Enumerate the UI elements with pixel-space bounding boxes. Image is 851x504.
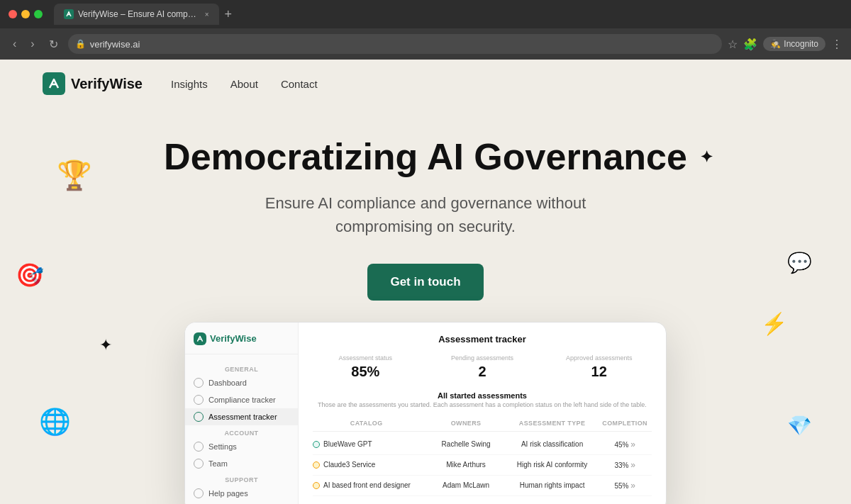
- hero-section: Democratizing AI Governance Ensure AI co…: [0, 108, 851, 504]
- incognito-badge: 🕵 Incognito: [763, 37, 825, 51]
- extensions-icon[interactable]: 🧩: [743, 38, 757, 51]
- table-row[interactable]: BlueWave GPT Rachelle Swing AI risk clas…: [313, 435, 652, 455]
- logo-icon: [43, 72, 65, 95]
- incognito-label: Incognito: [784, 39, 818, 49]
- nav-about[interactable]: About: [230, 78, 258, 90]
- sidebar-item-settings[interactable]: Settings: [185, 438, 298, 455]
- td-catalog-2: AI based front end designer: [313, 481, 420, 489]
- row-arrow-2[interactable]: »: [630, 481, 635, 491]
- sidebar-account-label: ACCOUNT: [185, 425, 298, 438]
- th-completion: COMPLETION: [598, 420, 652, 427]
- stat-assessment-status: Assessment status 85%: [313, 354, 418, 380]
- address-url: verifywise.ai: [90, 39, 140, 50]
- table-row[interactable]: AI based front end designer Adam McLawn …: [313, 476, 652, 496]
- traffic-lights: [9, 10, 43, 18]
- maximize-button[interactable]: [34, 10, 43, 18]
- all-started-title: All started assessments: [313, 391, 652, 400]
- sidebar-dashboard-label: Dashboard: [208, 379, 247, 387]
- sidebar-help-label: Help pages: [208, 489, 248, 498]
- back-button[interactable]: ‹: [9, 35, 21, 53]
- catalog-name-1: Claude3 Service: [323, 461, 375, 469]
- nav-links: Insights About Contact: [171, 78, 318, 90]
- assessment-icon: [194, 412, 204, 422]
- minimize-button[interactable]: [21, 10, 30, 18]
- cta-button[interactable]: Get in touch: [367, 264, 483, 301]
- sidebar-settings-label: Settings: [208, 442, 237, 451]
- tab-close-icon[interactable]: ×: [205, 11, 209, 18]
- menu-icon[interactable]: ⋮: [831, 38, 842, 51]
- browser-titlebar: VerifyWise – Ensure AI comp… × +: [0, 0, 851, 28]
- sidebar-compliance-label: Compliance tracker: [208, 396, 276, 404]
- hero-subtitle: Ensure AI compliance and governance with…: [14, 191, 837, 238]
- th-type: Assessment type: [512, 420, 593, 427]
- td-owner-0: Rachelle Swing: [425, 440, 506, 448]
- stat-label-1: Pending assessments: [430, 354, 535, 362]
- hero-title: Democratizing AI Governance: [14, 136, 837, 179]
- stat-approved: Approved assessments 12: [546, 354, 652, 380]
- stat-label-2: Approved assessments: [546, 354, 652, 362]
- active-tab[interactable]: VerifyWise – Ensure AI comp… ×: [54, 4, 219, 25]
- td-type-2: Human rights impact: [512, 481, 593, 489]
- sidebar-item-help[interactable]: Help pages: [185, 485, 298, 502]
- tab-title: VerifyWise – Ensure AI comp…: [78, 9, 196, 19]
- catalog-name-0: BlueWave GPT: [323, 440, 372, 448]
- dashboard-icon: [194, 378, 204, 388]
- sidebar-item-dashboard[interactable]: Dashboard: [185, 374, 298, 391]
- all-started-subtitle: Those are the assessments you started. E…: [313, 401, 652, 408]
- close-button[interactable]: [9, 10, 17, 18]
- stat-value-0: 85%: [313, 364, 418, 380]
- logo-text: VerifyWise: [71, 76, 143, 92]
- sidebar-item-assessment[interactable]: Assessment tracker: [185, 408, 298, 425]
- settings-icon: [194, 442, 204, 452]
- sidebar-item-team[interactable]: Team: [185, 455, 298, 472]
- sidebar-team-label: Team: [208, 459, 228, 468]
- app-sidebar: VerifyWise GENERAL Dashboard Compliance …: [185, 323, 299, 504]
- new-tab-button[interactable]: +: [219, 7, 238, 22]
- sidebar-assessment-label: Assessment tracker: [208, 413, 277, 421]
- sidebar-support-label: SUPPORT: [185, 472, 298, 485]
- table-row[interactable]: Claude3 Service Mike Arthurs High risk A…: [313, 455, 652, 476]
- nav-contact[interactable]: Contact: [281, 78, 318, 90]
- address-bar[interactable]: 🔒 verifywise.ai: [68, 34, 723, 54]
- nav-insights[interactable]: Insights: [171, 78, 208, 90]
- incognito-icon: 🕵: [770, 39, 781, 49]
- compliance-icon: [194, 395, 204, 405]
- logo[interactable]: VerifyWise: [43, 72, 143, 95]
- td-type-0: AI risk classification: [512, 440, 593, 448]
- app-screenshot: VerifyWise GENERAL Dashboard Compliance …: [184, 322, 667, 504]
- hero-subtitle-line1: Ensure AI compliance and governance with…: [265, 194, 586, 212]
- td-completion-2: 55% »: [598, 481, 652, 491]
- catalog-dot-2: [313, 482, 320, 489]
- app-main-content: Assessment tracker Assessment status 85%…: [299, 323, 666, 504]
- team-icon: [194, 459, 204, 469]
- stat-pending: Pending assessments 2: [430, 354, 535, 380]
- all-started-section: All started assessments Those are the as…: [313, 391, 652, 408]
- td-owner-1: Mike Arthurs: [425, 461, 506, 469]
- app-logo-text: VerifyWise: [210, 333, 257, 344]
- stats-row: Assessment status 85% Pending assessment…: [313, 354, 652, 380]
- td-catalog-1: Claude3 Service: [313, 461, 420, 469]
- browser-chrome: VerifyWise – Ensure AI comp… × + ‹ › ↻ 🔒…: [0, 0, 851, 504]
- row-arrow-0[interactable]: »: [630, 439, 635, 449]
- th-owners: OWNERS: [425, 420, 506, 427]
- bookmark-icon[interactable]: ☆: [728, 38, 738, 51]
- sidebar-item-compliance[interactable]: Compliance tracker: [185, 391, 298, 408]
- td-type-1: High risk AI conformity: [512, 461, 593, 469]
- td-catalog-0: BlueWave GPT: [313, 440, 420, 448]
- reload-button[interactable]: ↻: [45, 35, 62, 54]
- table-header: CATALOG OWNERS Assessment type COMPLETIO…: [313, 415, 652, 432]
- row-arrow-1[interactable]: »: [630, 460, 635, 470]
- help-icon: [194, 488, 204, 498]
- tab-bar: VerifyWise – Ensure AI comp… × +: [54, 4, 842, 25]
- hero-subtitle-line2: compromising on security.: [335, 218, 516, 235]
- catalog-dot-1: [313, 461, 320, 469]
- main-nav: VerifyWise Insights About Contact: [0, 60, 851, 108]
- sidebar-general-label: GENERAL: [185, 362, 298, 374]
- app-section-title: Assessment tracker: [313, 334, 652, 345]
- stat-label-0: Assessment status: [313, 354, 418, 362]
- td-completion-0: 45% »: [598, 439, 652, 449]
- browser-toolbar: ‹ › ↻ 🔒 verifywise.ai ☆ 🧩 🕵 Incognito ⋮: [0, 28, 851, 60]
- th-catalog: CATALOG: [313, 420, 420, 427]
- catalog-dot-0: [313, 441, 320, 448]
- forward-button[interactable]: ›: [26, 35, 38, 53]
